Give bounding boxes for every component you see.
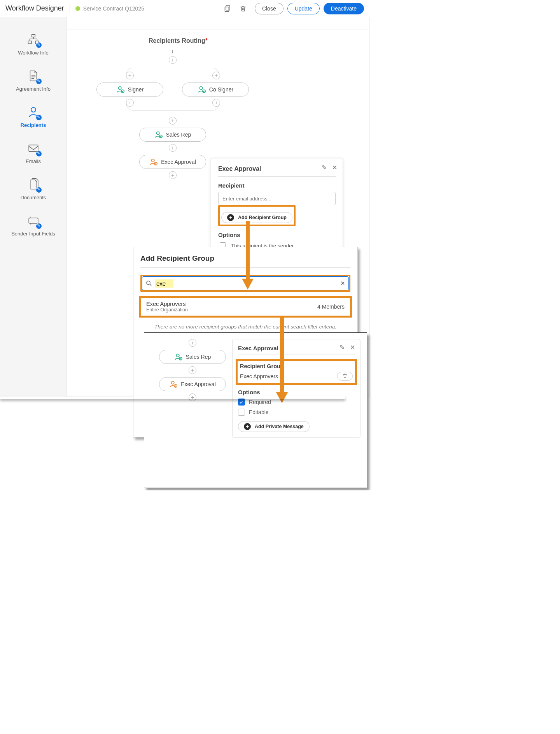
add-node-button[interactable]: + <box>212 99 220 107</box>
sidebar-item-emails[interactable]: Emails <box>0 134 66 170</box>
svg-point-23 <box>172 381 174 384</box>
document-title: Service Contract Q12025 <box>83 5 144 12</box>
highlight-recipient-group: Recipient Group Exec Approvers <box>236 359 357 385</box>
agreement-info-icon <box>26 68 41 84</box>
deactivate-button[interactable]: Deactivate <box>324 3 364 14</box>
add-node-button[interactable]: + <box>169 144 177 152</box>
sidebar-item-workflow-info[interactable]: Workflow Info <box>0 26 66 62</box>
section-title: Recipients Routing* <box>149 37 208 44</box>
close-icon[interactable]: ✕ <box>350 344 355 351</box>
svg-rect-7 <box>29 218 38 223</box>
top-bar: Workflow Designer Service Contract Q1202… <box>0 0 369 17</box>
email-input[interactable] <box>218 192 336 205</box>
update-button[interactable]: Update <box>287 3 320 14</box>
search-field[interactable]: ✕ <box>142 276 349 290</box>
remove-group-button[interactable] <box>337 372 353 381</box>
edit-icon[interactable]: ✎ <box>340 344 345 351</box>
add-node-button[interactable]: + <box>126 99 134 107</box>
svg-rect-1 <box>225 7 229 11</box>
svg-point-14 <box>152 159 154 162</box>
sidebar-item-label: Documents <box>21 195 46 200</box>
highlight-add-group: + Add Recipient Group <box>218 205 296 226</box>
recipient-group-editor-panel: + Sales Rep + Exec Approval + ✎ ✕ Exec A… <box>144 332 367 488</box>
highlight-result: Exec Approvers Entire Organization 4 Mem… <box>139 296 352 318</box>
add-recipient-group-button[interactable]: + Add Recipient Group <box>221 212 292 223</box>
divider <box>70 4 70 13</box>
documents-icon <box>26 177 41 192</box>
sidebar: Workflow Info Agreement Info Recipients … <box>0 17 67 397</box>
group-member-count: 4 Members <box>317 304 345 310</box>
svg-point-21 <box>176 354 179 357</box>
recipient-label: Recipient <box>218 182 336 189</box>
sidebar-item-label: Workflow Info <box>18 50 49 56</box>
checkbox-icon[interactable] <box>238 409 245 416</box>
options-label: Options <box>218 232 336 238</box>
node-exec-approval[interactable]: Exec Approval <box>159 377 226 391</box>
group-result-row[interactable]: Exec Approvers Entire Organization 4 Mem… <box>141 298 350 316</box>
node-exec-approval[interactable]: Exec Approval <box>139 155 206 169</box>
plus-icon: + <box>227 214 234 221</box>
add-node-button[interactable]: + <box>189 339 196 347</box>
add-node-button[interactable]: + <box>169 56 177 64</box>
duplicate-icon[interactable] <box>224 5 231 12</box>
highlight-search: ✕ <box>140 275 350 292</box>
svg-point-16 <box>147 281 150 284</box>
node-signer[interactable]: Signer <box>96 83 163 97</box>
sender-input-icon <box>26 213 41 228</box>
svg-point-10 <box>200 87 202 90</box>
sidebar-item-sender-input[interactable]: Sender Input Fields <box>0 207 66 243</box>
checkbox-icon[interactable] <box>238 399 245 406</box>
status-dot-icon <box>75 6 80 11</box>
add-node-button[interactable]: + <box>189 366 196 374</box>
recipients-icon <box>26 104 41 120</box>
sidebar-item-recipients[interactable]: Recipients <box>0 98 66 134</box>
search-input[interactable] <box>155 279 173 288</box>
group-scope: Entire Organization <box>146 307 188 313</box>
svg-point-8 <box>118 87 121 90</box>
panel-title: Exec Approval <box>238 345 355 355</box>
node-sales-rep[interactable]: Sales Rep <box>139 128 206 142</box>
dialog-title: Add Recipient Group <box>133 247 357 267</box>
svg-rect-2 <box>32 34 35 37</box>
panel-title: Exec Approval <box>218 165 336 177</box>
add-node-button[interactable]: + <box>169 171 177 179</box>
node-cosigner[interactable]: Co Signer <box>182 83 249 97</box>
clear-icon[interactable]: ✕ <box>340 280 345 287</box>
edit-icon[interactable]: ✎ <box>322 164 327 171</box>
recipient-editor-panel: ✎ ✕ Exec Approval Recipient + Add Recipi… <box>211 158 343 257</box>
sidebar-item-label: Recipients <box>21 122 46 128</box>
recipient-group-label: Recipient Group <box>240 363 353 369</box>
sidebar-item-agreement-info[interactable]: Agreement Info <box>0 62 66 98</box>
svg-rect-3 <box>28 41 32 44</box>
plus-icon: + <box>244 423 251 430</box>
arrow-down-icon: ↓ <box>171 48 174 54</box>
add-node-button[interactable]: + <box>126 72 134 79</box>
opt-required[interactable]: Required <box>238 399 355 406</box>
sidebar-item-label: Sender Input Fields <box>11 231 55 237</box>
svg-point-5 <box>31 107 36 112</box>
svg-point-12 <box>156 132 159 135</box>
trash-icon <box>342 373 348 378</box>
options-label: Options <box>238 389 355 395</box>
sidebar-item-label: Emails <box>26 158 41 164</box>
group-name: Exec Approvers <box>146 301 188 307</box>
opt-editable[interactable]: Editable <box>238 409 355 416</box>
emails-icon <box>26 140 41 156</box>
search-icon <box>145 280 152 287</box>
sidebar-item-label: Agreement Info <box>16 86 51 92</box>
add-node-button[interactable]: + <box>212 72 220 79</box>
app-title: Workflow Designer <box>5 4 64 12</box>
node-sales-rep[interactable]: Sales Rep <box>159 350 226 364</box>
recipient-group-name: Exec Approvers <box>240 373 278 379</box>
sidebar-item-documents[interactable]: Documents <box>0 170 66 207</box>
workflow-info-icon <box>26 32 41 47</box>
close-button[interactable]: Close <box>255 3 284 14</box>
svg-rect-6 <box>29 145 38 152</box>
close-icon[interactable]: ✕ <box>332 164 337 171</box>
add-private-message-button[interactable]: + Add Private Message <box>238 421 310 432</box>
add-node-button[interactable]: + <box>169 117 177 125</box>
no-more-results: There are no more recipient groups that … <box>133 324 357 330</box>
recipient-group-side-panel: ✎ ✕ Exec Approval Recipient Group Exec A… <box>232 339 360 438</box>
trash-icon[interactable] <box>239 5 247 12</box>
svg-rect-0 <box>226 5 230 10</box>
